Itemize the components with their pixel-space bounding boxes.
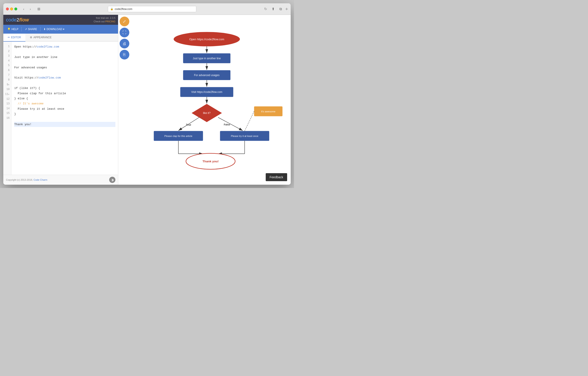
node-step2-text: For advanced usages bbox=[194, 74, 220, 77]
version-info: free trial ver. 2.3.5 Check out PRICING bbox=[94, 16, 116, 23]
address-bar[interactable]: 🔒 code2flow.com bbox=[108, 6, 196, 12]
code-line-1: Open https://code2flow.com bbox=[14, 44, 116, 49]
editor-header: code2flow free trial ver. 2.3.5 Check ou… bbox=[3, 15, 118, 25]
refresh-button[interactable]: ↻ bbox=[262, 6, 268, 12]
editor-footer: Copyright (c) 2013-2018, Code Charm ◑ bbox=[3, 175, 118, 185]
help-icon: 💡 bbox=[7, 28, 10, 31]
arrow-false bbox=[218, 118, 243, 131]
download-chevron: ▾ bbox=[63, 28, 64, 31]
editor-tabs: ✏ EDITOR ⚙ APPEARANCE bbox=[3, 34, 118, 42]
pencil-icon: ✏ bbox=[8, 36, 10, 39]
code-line-10: Please clap for this article bbox=[14, 91, 116, 96]
line-numbers: 1234 5678 9▸10 11▸12 13141516 bbox=[3, 42, 11, 175]
code-line-4 bbox=[14, 60, 116, 65]
appearance-tab-label: APPEARANCE bbox=[33, 36, 52, 39]
logo-area: code2flow bbox=[6, 17, 29, 23]
node-decision-text: like it? bbox=[203, 111, 210, 115]
download-icon: ⬇ bbox=[43, 28, 46, 31]
node-start-text: Open https://code2flow.com bbox=[189, 38, 224, 41]
duplicate-tab-button[interactable]: ⧉ bbox=[278, 6, 284, 12]
tab-appearance[interactable]: ⚙ APPEARANCE bbox=[25, 34, 56, 42]
maximize-button[interactable] bbox=[14, 8, 17, 11]
node-end-text: Thank you! bbox=[202, 160, 219, 163]
floating-toolbar: ⤢ ⛶ 🖨 ⎘ bbox=[118, 15, 130, 185]
logo-flow: flow bbox=[19, 17, 29, 22]
code-line-5: For advanced usages bbox=[14, 65, 116, 70]
logo-code: code bbox=[6, 17, 17, 22]
theme-toggle-button[interactable]: ◑ bbox=[109, 177, 116, 183]
download-label: DOWNLOAD bbox=[47, 28, 62, 31]
fullscreen-button[interactable]: ⛶ bbox=[120, 28, 129, 37]
tab-editor[interactable]: ✏ EDITOR bbox=[3, 34, 25, 42]
gear-icon: ⚙ bbox=[30, 36, 32, 39]
new-tab-button[interactable]: + bbox=[285, 7, 288, 11]
code-line-8 bbox=[14, 81, 116, 86]
flowchart-container: Open https://code2flow.com Just type in … bbox=[130, 15, 291, 185]
toolbar-separator-1 bbox=[21, 27, 22, 32]
code-line-3: Just type in another line bbox=[14, 55, 116, 60]
title-bar: ‹ › ⊞ 🔒 code2flow.com ↻ ⬆ ⧉ + bbox=[3, 3, 291, 15]
editor-panel: code2flow free trial ver. 2.3.5 Check ou… bbox=[3, 15, 118, 185]
node-true-branch-text: Please clap for this article bbox=[165, 135, 192, 137]
code-content[interactable]: Open https://code2flow.com Just type in … bbox=[11, 42, 118, 175]
pricing-text: Check out PRICING bbox=[94, 20, 116, 23]
share-button[interactable]: ↗ SHARE bbox=[22, 27, 39, 32]
nav-buttons: ‹ › bbox=[21, 7, 33, 11]
code-line-2 bbox=[14, 49, 116, 54]
node-step1-text: Just type in another line bbox=[193, 57, 221, 60]
diagram-area: ⤢ ⛶ 🖨 ⎘ bbox=[118, 15, 291, 185]
main-content: code2flow free trial ver. 2.3.5 Check ou… bbox=[3, 15, 291, 185]
code-line-9: if (like it?) { bbox=[14, 86, 116, 91]
code-line-13: Please try it at least once bbox=[14, 106, 116, 111]
browser-window: ‹ › ⊞ 🔒 code2flow.com ↻ ⬆ ⧉ + code2flow bbox=[3, 3, 291, 185]
false-label: False bbox=[224, 123, 230, 126]
lock-icon: 🔒 bbox=[110, 8, 113, 11]
forward-button[interactable]: › bbox=[27, 7, 33, 11]
minimize-button[interactable] bbox=[10, 8, 13, 11]
traffic-lights bbox=[6, 8, 17, 11]
close-button[interactable] bbox=[6, 8, 9, 11]
logo: code2flow bbox=[6, 17, 29, 23]
share-label: SHARE bbox=[28, 28, 37, 31]
true-label: True bbox=[186, 123, 191, 126]
share-toolbar-button[interactable]: ⬆ bbox=[270, 6, 276, 12]
back-button[interactable]: ‹ bbox=[21, 7, 27, 11]
share-icon: ↗ bbox=[25, 28, 27, 31]
code-line-14: } bbox=[14, 111, 116, 117]
node-step3-text: Visit https://code2flow.com bbox=[191, 90, 222, 94]
download-button[interactable]: ⬇ DOWNLOAD ▾ bbox=[41, 27, 67, 32]
expand-button[interactable]: ⤢ bbox=[120, 17, 129, 26]
footer-text: Copyright (c) 2013-2018, Code Charm bbox=[6, 179, 47, 181]
footer-link[interactable]: Code Charm bbox=[34, 179, 47, 181]
help-label: HELP bbox=[11, 28, 18, 31]
browser-toolbar-right: ↻ ⬆ ⧉ + bbox=[262, 6, 288, 12]
editor-toolbar: 💡 HELP ↗ SHARE ⬇ DOWNLOAD ▾ bbox=[3, 25, 118, 34]
code-line-7: Visit https://code2flow.com bbox=[14, 75, 116, 80]
node-comment-text: It's awesome bbox=[261, 110, 275, 113]
address-bar-container: 🔒 code2flow.com bbox=[43, 6, 261, 12]
code-line-12: // It's awesome bbox=[14, 101, 116, 106]
toolbar-separator-2 bbox=[40, 27, 41, 32]
flowchart-svg: Open https://code2flow.com Just type in … bbox=[135, 19, 286, 180]
pricing-link[interactable]: PRICING bbox=[105, 20, 116, 23]
code-line-6 bbox=[14, 70, 116, 75]
tab-overview-button[interactable]: ⊞ bbox=[36, 7, 42, 11]
code-line-15 bbox=[14, 117, 116, 122]
feedback-button[interactable]: Feedback bbox=[266, 173, 287, 181]
code-line-11: } else { bbox=[14, 96, 116, 101]
code-line-16: Thank you! bbox=[14, 122, 116, 127]
code-editor[interactable]: 1234 5678 9▸10 11▸12 13141516 Open https… bbox=[3, 42, 118, 175]
logo-2: 2 bbox=[17, 17, 19, 22]
copy-button[interactable]: ⎘ bbox=[120, 50, 129, 60]
version-text: free trial ver. 2.3.5 bbox=[94, 16, 116, 20]
dashed-line bbox=[245, 111, 254, 131]
editor-tab-label: EDITOR bbox=[11, 36, 21, 39]
print-button[interactable]: 🖨 bbox=[120, 39, 129, 48]
help-button[interactable]: 💡 HELP bbox=[5, 27, 21, 32]
url-text: code2flow.com bbox=[115, 8, 132, 11]
node-false-branch-text: Please try it at least once bbox=[231, 135, 258, 137]
copyright-text: Copyright (c) 2013-2018, bbox=[6, 179, 33, 181]
